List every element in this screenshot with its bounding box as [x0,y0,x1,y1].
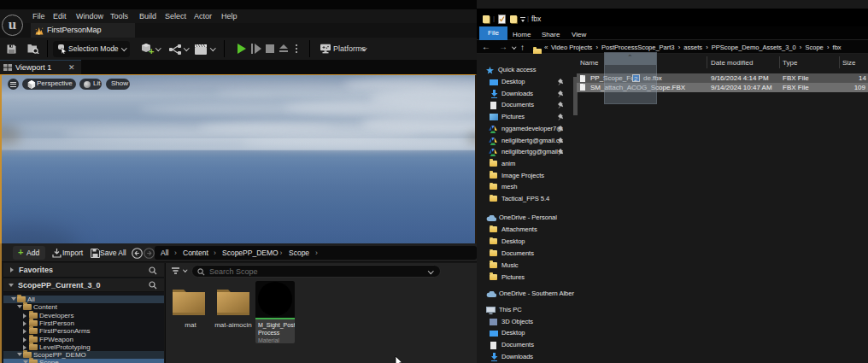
svg-text:+: + [149,46,154,55]
